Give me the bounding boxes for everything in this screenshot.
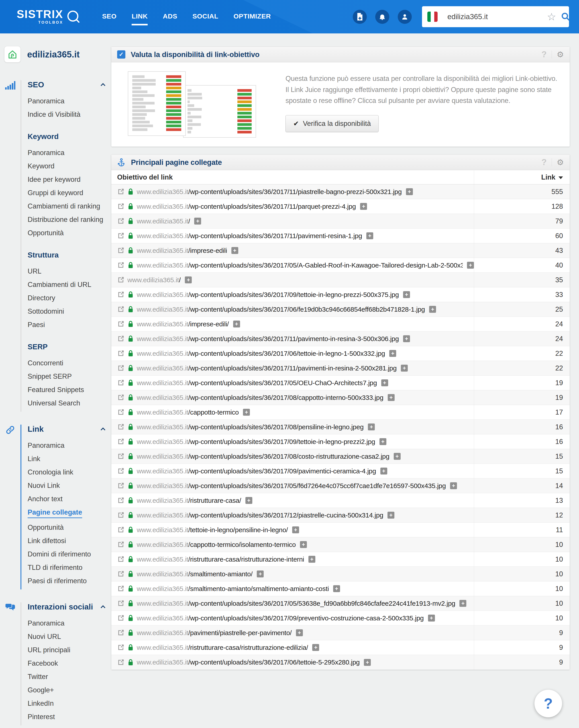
link-target-url[interactable]: www.edilizia365.it/wp-content/uploads/si… [137,364,397,372]
sidebar-group-header[interactable]: Keyword [28,132,105,141]
sidebar-item-universal-search[interactable]: Universal Search [28,396,105,410]
sidebar-item-pinterest[interactable]: Pinterest [28,710,105,724]
help-fab-button[interactable]: ? [534,690,562,717]
external-link-icon[interactable] [117,306,125,313]
external-link-icon[interactable] [117,188,125,196]
sidebar-item-distribuzione-del-ranking[interactable]: Distribuzione del ranking [28,213,105,226]
sidebar-group-header[interactable]: Link [28,424,105,434]
expand-plus-icon[interactable]: + [185,277,192,283]
table-row[interactable]: www.edilizia365.it/cappotto-termico/isol… [111,537,570,552]
table-row[interactable]: www.edilizia365.it/wp-content/uploads/si… [111,375,570,390]
sidebar-item-gruppi-di-keyword[interactable]: Gruppi di keyword [28,186,105,200]
sidebar-item-featured-snippets[interactable]: Featured Snippets [28,383,105,396]
sidebar-item-anchor-text[interactable]: Anchor text [28,492,105,506]
link-target-url[interactable]: www.edilizia365.it/wp-content/uploads/si… [137,335,399,343]
link-target-url[interactable]: www.edilizia365.it/wp-content/uploads/si… [137,203,356,210]
table-row[interactable]: www.edilizia365.it/wp-content/uploads/si… [111,199,570,214]
expand-plus-icon[interactable]: + [245,497,252,504]
help-icon[interactable]: ? [542,50,547,59]
expand-plus-icon[interactable]: + [394,453,401,460]
link-target-url[interactable]: www.edilizia365.it/wp-content/uploads/si… [137,467,376,475]
gear-icon[interactable]: ⚙ [557,50,564,59]
sidebar-item-directory[interactable]: Directory [28,291,105,305]
table-row[interactable]: www.edilizia365.it/wp-content/uploads/si… [111,258,570,273]
external-link-icon[interactable] [117,438,125,445]
notifications-button[interactable] [375,10,389,24]
link-target-url[interactable]: www.edilizia365.it/cappotto-termico [137,409,239,416]
external-link-icon[interactable] [117,409,125,416]
favorite-star-icon[interactable]: ☆ [547,11,556,22]
expand-plus-icon[interactable]: + [467,262,474,269]
external-link-icon[interactable] [117,644,125,651]
link-target-url[interactable]: www.edilizia365.it/ristrutturare-casa/ri… [137,644,308,651]
link-target-url[interactable]: www.edilizia365.it/smaltimento-amianto/s… [137,585,329,593]
column-header-links[interactable]: Link [474,170,570,184]
country-flag-icon[interactable] [427,11,438,22]
sidebar-item-panoramica[interactable]: Panoramica [28,617,105,630]
link-target-url[interactable]: www.edilizia365.it/ [137,217,190,225]
external-link-icon[interactable] [117,585,125,592]
table-row[interactable]: www.edilizia365.it/wp-content/uploads/si… [111,434,570,449]
sidebar-item-opportunit-[interactable]: Opportunità [28,521,105,534]
table-row[interactable]: www.edilizia365.it/wp-content/uploads/si… [111,596,570,611]
external-link-icon[interactable] [117,482,125,489]
external-link-icon[interactable] [117,629,125,636]
topbar-nav-seo[interactable]: SEO [102,12,116,21]
sidebar-item-keyword[interactable]: Keyword [28,159,105,173]
table-row[interactable]: www.edilizia365.it/wp-content/uploads/si… [111,346,570,361]
link-target-url[interactable]: www.edilizia365.it/wp-content/uploads/si… [137,306,425,313]
external-link-icon[interactable] [117,379,125,387]
domain-search-input[interactable] [447,12,542,21]
external-link-icon[interactable] [117,320,125,328]
expand-plus-icon[interactable]: + [381,380,388,386]
external-link-icon[interactable] [117,600,125,607]
sidebar-item-link-difettosi[interactable]: Link difettosi [28,534,105,548]
link-target-url[interactable]: www.edilizia365.it/ [127,276,181,284]
expand-plus-icon[interactable]: + [406,188,413,195]
expand-plus-icon[interactable]: + [360,203,367,210]
external-link-icon[interactable] [117,203,125,210]
external-link-icon[interactable] [117,541,125,548]
table-row[interactable]: www.edilizia365.it/wp-content/uploads/si… [111,478,570,493]
external-link-icon[interactable] [117,659,125,666]
table-row[interactable]: www.edilizia365.it/wp-content/uploads/si… [111,332,570,346]
sidebar-item-domini-di-riferimento[interactable]: Domini di riferimento [28,548,105,561]
expand-plus-icon[interactable]: + [231,247,238,254]
expand-plus-icon[interactable]: + [428,615,435,622]
expand-plus-icon[interactable]: + [292,526,299,533]
link-target-url[interactable]: www.edilizia365.it/wp-content/uploads/si… [137,379,377,387]
sidebar-item-link[interactable]: Link [28,452,105,466]
expand-plus-icon[interactable]: + [194,218,201,225]
sidebar-item-panoramica[interactable]: Panoramica [28,146,105,159]
sidebar-item-paesi[interactable]: Paesi [28,318,105,332]
link-target-url[interactable]: www.edilizia365.it/wp-content/uploads/si… [137,453,390,460]
table-row[interactable]: www.edilizia365.it/pavimenti/piastrelle-… [111,626,570,640]
external-link-icon[interactable] [117,497,125,504]
expand-plus-icon[interactable]: + [389,350,396,357]
sidebar-item-tld-di-riferimento[interactable]: TLD di riferimento [28,561,105,574]
external-link-icon[interactable] [117,350,125,357]
expand-plus-icon[interactable]: + [333,585,340,592]
link-target-url[interactable]: www.edilizia365.it/wp-content/uploads/si… [137,232,362,240]
expand-plus-icon[interactable]: + [401,365,408,371]
link-target-url[interactable]: www.edilizia365.it/pavimenti/piastrelle-… [137,629,292,637]
expand-plus-icon[interactable]: + [403,335,410,342]
external-link-icon[interactable] [117,555,125,563]
table-row[interactable]: www.edilizia365.it/ristrutturare-casa/ri… [111,552,570,567]
external-link-icon[interactable] [117,217,125,225]
table-row[interactable]: www.edilizia365.it/wp-content/uploads/si… [111,655,570,670]
table-row[interactable]: www.edilizia365.it/smaltimento-amianto/s… [111,581,570,596]
link-target-url[interactable]: www.edilizia365.it/wp-content/uploads/si… [137,438,375,445]
link-target-url[interactable]: www.edilizia365.it/wp-content/uploads/si… [137,512,383,519]
sidebar-item-twitter[interactable]: Twitter [28,670,105,683]
table-row[interactable]: www.edilizia365.it/wp-content/uploads/si… [111,508,570,523]
link-target-url[interactable]: www.edilizia365.it/wp-content/uploads/si… [137,188,402,196]
expand-plus-icon[interactable]: + [312,644,319,651]
external-link-icon[interactable] [117,423,125,431]
sidebar-item-linkedin[interactable]: LinkedIn [28,697,105,710]
sidebar-item-pagine-collegate[interactable]: Pagine collegate [28,506,105,521]
table-row[interactable]: www.edilizia365.it/wp-content/uploads/si… [111,302,570,317]
sidebar-item-cronologia-link[interactable]: Cronologia link [28,466,105,479]
external-link-icon[interactable] [117,512,125,519]
table-row[interactable]: www.edilizia365.it/wp-content/uploads/si… [111,420,570,434]
